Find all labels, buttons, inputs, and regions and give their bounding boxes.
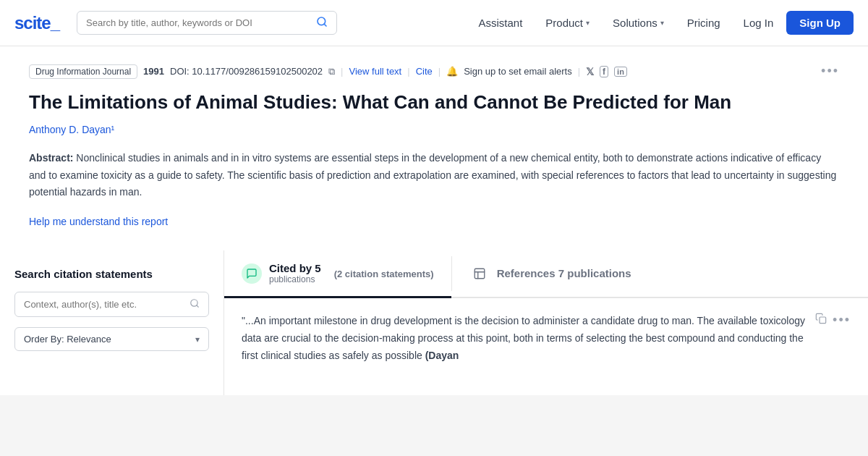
tab-cited-by[interactable]: Cited by 5 publications (2 citation stat… (224, 250, 451, 298)
nav-item-pricing[interactable]: Pricing (677, 11, 731, 35)
search-input[interactable] (86, 17, 316, 28)
quote-text: "...An important milestone in drug devel… (242, 313, 809, 364)
bell-icon: 🔔 (446, 66, 458, 77)
search-icon (316, 16, 328, 30)
sign-up-alerts-text[interactable]: Sign up to set email alerts (464, 66, 572, 77)
abstract-label: Abstract: (29, 152, 73, 164)
order-by-dropdown[interactable]: Order By: Relevance ▾ (14, 327, 209, 351)
citation-sidebar: Search citation statements Order By: Rel… (0, 250, 224, 395)
quote-more-options-icon[interactable]: ••• (833, 313, 851, 328)
view-full-text-link[interactable]: View full text (349, 66, 401, 77)
help-link[interactable]: Help me understand this report (29, 216, 168, 227)
svg-line-1 (324, 24, 326, 26)
chevron-down-icon: ▾ (660, 19, 664, 27)
paper-author[interactable]: Anthony D. Dayan¹ (29, 124, 839, 135)
chevron-down-icon: ▾ (586, 19, 590, 27)
cited-by-tab-sub-label: publications (269, 274, 321, 284)
social-icons: 𝕏 f in (586, 66, 627, 77)
journal-badge: Drug Information Journal (29, 64, 137, 79)
quote-section: "...An important milestone in drug devel… (224, 298, 868, 379)
paper-meta: Drug Information Journal 1991 DOI: 10.11… (29, 64, 839, 79)
nav-item-solutions[interactable]: Solutions ▾ (603, 11, 674, 35)
facebook-icon[interactable]: f (600, 66, 608, 77)
sidebar-search-container (14, 292, 209, 317)
copy-doi-icon[interactable]: ⧉ (328, 66, 335, 77)
svg-rect-7 (820, 317, 826, 324)
nav-links: Assistant Product ▾ Solutions ▾ Pricing … (468, 11, 854, 35)
search-bar-container (77, 11, 337, 35)
svg-line-3 (197, 305, 199, 308)
tab-references[interactable]: References 7 publications (452, 250, 649, 298)
nav-item-login[interactable]: Log In (733, 11, 784, 35)
logo[interactable]: scite_ (14, 13, 59, 33)
sidebar-search-input[interactable] (24, 299, 190, 310)
nav-item-assistant[interactable]: Assistant (468, 11, 532, 35)
references-tab-icon (469, 263, 490, 284)
sidebar-title: Search citation statements (14, 268, 209, 280)
cited-by-tab-icon (242, 263, 262, 284)
paper-year: 1991 (143, 66, 164, 77)
paper-doi: DOI: 10.1177/009286159102500202 (170, 66, 323, 77)
right-content: Cited by 5 publications (2 citation stat… (224, 250, 868, 395)
quote-row: "...An important milestone in drug devel… (242, 313, 851, 364)
linkedin-icon[interactable]: in (614, 67, 627, 77)
twitter-icon[interactable]: 𝕏 (586, 66, 594, 77)
quote-author: (Dayan (425, 350, 459, 361)
copy-quote-icon[interactable] (815, 313, 827, 327)
signup-button[interactable]: Sign Up (786, 11, 854, 35)
chevron-down-icon: ▾ (195, 334, 200, 345)
cited-by-tab-labels: Cited by 5 publications (269, 262, 321, 284)
article-section: Drug Information Journal 1991 DOI: 10.11… (0, 46, 868, 250)
order-by-label: Order By: Relevance (24, 334, 111, 345)
tabs-row: Cited by 5 publications (2 citation stat… (224, 250, 868, 298)
lower-section: Search citation statements Order By: Rel… (0, 250, 868, 395)
abstract-body: Nonclinical studies in animals and in in… (29, 152, 836, 198)
nav-item-product[interactable]: Product ▾ (535, 11, 600, 35)
cited-by-tab-main-label: Cited by 5 (269, 262, 321, 274)
cite-link[interactable]: Cite (416, 66, 433, 77)
references-tab-label: References 7 publications (497, 267, 631, 279)
more-options-icon[interactable]: ••• (821, 64, 839, 79)
paper-title: The Limitations of Animal Studies: What … (29, 90, 839, 115)
citation-statements-label: (2 citation statements) (334, 268, 434, 279)
sidebar-search-icon (190, 298, 200, 311)
paper-abstract: Abstract: Nonclinical studies in animals… (29, 150, 839, 201)
svg-rect-4 (475, 269, 485, 279)
navbar: scite_ Assistant Product ▾ Solutions ▾ P… (0, 0, 868, 46)
